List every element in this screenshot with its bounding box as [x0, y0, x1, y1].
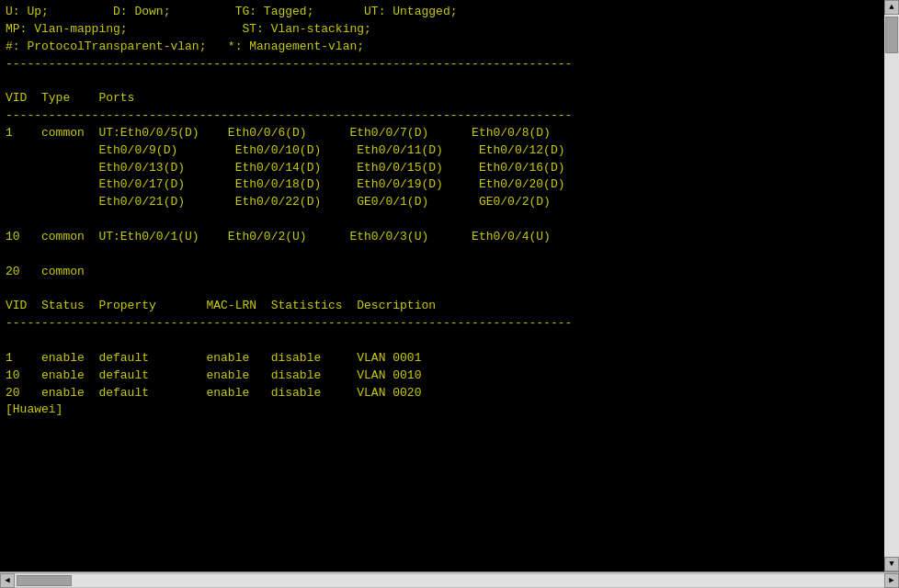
scroll-track[interactable] — [884, 15, 899, 557]
scroll-thumb[interactable] — [885, 17, 898, 53]
horizontal-scrollbar[interactable]: ◀ ▶ — [0, 571, 899, 588]
scroll-bottom-thumb[interactable] — [17, 575, 72, 586]
vertical-scrollbar[interactable]: ▲ ▼ — [884, 0, 899, 571]
terminal-window: U: Up; D: Down; TG: Tagged; UT: Untagged… — [0, 0, 899, 571]
terminal-output[interactable]: U: Up; D: Down; TG: Tagged; UT: Untagged… — [0, 0, 884, 571]
scroll-down-arrow[interactable]: ▼ — [884, 557, 899, 571]
scroll-right-arrow[interactable]: ▶ — [884, 573, 899, 588]
scroll-left-arrow[interactable]: ◀ — [0, 573, 15, 588]
scroll-up-arrow[interactable]: ▲ — [884, 0, 899, 15]
scroll-bottom-track[interactable] — [15, 574, 884, 587]
